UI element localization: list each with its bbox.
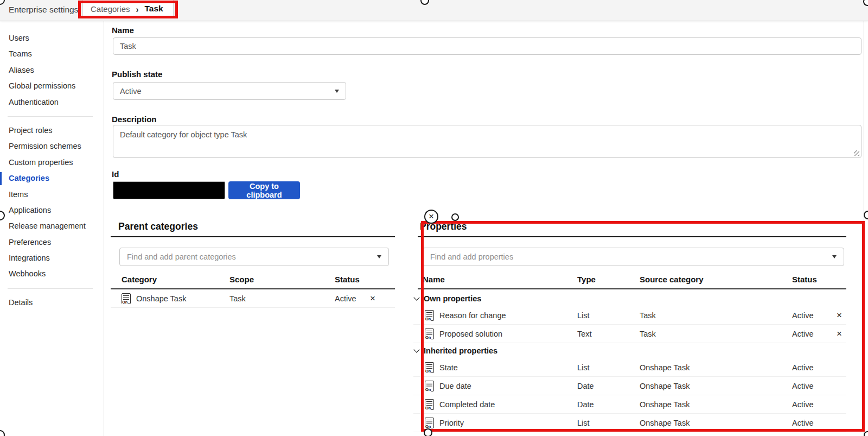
sidebar-item-preferences[interactable]: Preferences — [0, 235, 104, 250]
sidebar-item-authentication[interactable]: Authentication — [0, 94, 104, 110]
remove-x-icon[interactable]: × — [837, 311, 847, 320]
app-title: Enterprise settings — [9, 5, 78, 15]
doc-icon-lines — [426, 401, 432, 402]
sidebar-item-label: Categories — [9, 174, 49, 182]
prop-cell-source: Task — [640, 311, 792, 320]
doc-icon-on-badge: On — [425, 336, 431, 340]
chevron-down-icon — [413, 294, 419, 300]
name-input-value: Task — [120, 42, 136, 50]
sidebar-item-label: Global permissions — [9, 81, 75, 90]
sidebar-item-label: Project roles — [9, 126, 53, 135]
textarea-resize-handle[interactable] — [854, 150, 859, 156]
doc-icon-lines — [426, 331, 432, 332]
copy-to-clipboard-button[interactable]: Copy to clipboard — [228, 181, 300, 199]
parent-categories-table: OnOnshape TaskTaskActive× — [111, 289, 395, 308]
table-row: OnProposed solutionTextTaskActive× — [413, 325, 846, 343]
property-name: Priority — [439, 419, 464, 427]
sidebar-item-label: Webhooks — [9, 269, 46, 278]
description-label: Description — [112, 115, 157, 124]
prop-cell-name: OnReason for change — [425, 310, 577, 321]
top-bar: Enterprise settings Categories › Task — [0, 0, 868, 21]
sidebar-item-label: Custom properties — [9, 158, 73, 167]
sidebar-item-label: Users — [9, 34, 29, 42]
prop-cell-status: Active — [792, 419, 837, 427]
parent-categories-search[interactable]: Find and add parent categories — [119, 248, 389, 266]
annotation-circle-marker — [864, 211, 868, 219]
sidebar-item-applications[interactable]: Applications — [0, 203, 104, 218]
parent-categories-search-placeholder: Find and add parent categories — [127, 252, 236, 261]
doc-icon-on-badge: On — [425, 388, 431, 392]
property-icon: On — [425, 310, 434, 321]
sidebar-item-users[interactable]: Users — [0, 30, 104, 46]
prop-cell-source: Onshape Task — [640, 382, 792, 390]
property-group-label: Inherited properties — [424, 346, 497, 355]
sidebar-group: Details — [0, 295, 104, 311]
description-textarea[interactable]: Default category for object type Task — [113, 125, 861, 158]
prop-cell-source: Task — [640, 330, 792, 338]
sidebar-item-categories[interactable]: Categories — [0, 170, 104, 186]
sidebar-item-label: Applications — [9, 206, 51, 214]
property-icon: On — [425, 362, 434, 373]
settings-sidebar: UsersTeamsAliasesGlobal permissionsAuthe… — [0, 21, 104, 436]
sidebar-item-permission-schemes[interactable]: Permission schemes — [0, 138, 104, 154]
prop-col-status: Status — [792, 275, 817, 284]
prop-cell-type: Text — [577, 330, 640, 338]
dropdown-caret-icon — [832, 255, 837, 258]
sidebar-item-release-management[interactable]: Release management — [0, 218, 104, 234]
x-glyph: × — [429, 212, 434, 221]
pc-cell-category: OnOnshape Task — [122, 293, 229, 304]
property-name: Reason for change — [439, 311, 506, 320]
prop-cell-status: Active — [792, 330, 837, 338]
pc-col-scope: Scope — [229, 275, 254, 284]
annotation-x-marker: × — [424, 210, 438, 224]
sidebar-item-webhooks[interactable]: Webhooks — [0, 266, 104, 282]
sidebar-item-items[interactable]: Items — [0, 187, 104, 203]
property-group-header-own-properties[interactable]: Own properties — [413, 291, 846, 306]
doc-icon-on-badge: On — [425, 369, 431, 374]
description-value: Default category for object type Task — [120, 130, 247, 139]
sidebar-item-integrations[interactable]: Integrations — [0, 250, 104, 266]
doc-icon-lines — [426, 364, 432, 365]
remove-x-icon[interactable]: × — [370, 294, 381, 303]
sidebar-item-details[interactable]: Details — [0, 295, 104, 311]
property-group-header-inherited-properties[interactable]: Inherited properties — [413, 343, 846, 358]
prop-col-source: Source category — [640, 275, 704, 284]
table-row: OnPriorityListOnshape TaskActive — [413, 414, 846, 432]
properties-table: Own propertiesOnReason for changeListTas… — [413, 291, 846, 432]
properties-title: Properties — [420, 221, 467, 232]
name-label: Name — [112, 26, 134, 35]
doc-icon-lines — [426, 383, 432, 384]
sidebar-item-teams[interactable]: Teams — [0, 46, 104, 62]
enterprise-settings-screen: Enterprise settings Categories › Task Us… — [0, 0, 868, 436]
prop-cell-name: OnDue date — [425, 381, 577, 391]
sidebar-item-label: Authentication — [9, 98, 59, 106]
sidebar-item-label: Preferences — [9, 238, 51, 247]
breadcrumb-categories[interactable]: Categories — [91, 4, 130, 14]
prop-cell-name: OnState — [425, 362, 577, 373]
prop-cell-source: Onshape Task — [640, 400, 792, 409]
breadcrumb: Categories › Task — [82, 0, 174, 18]
category-icon: On — [122, 293, 131, 304]
sidebar-item-label: Details — [9, 298, 33, 307]
properties-search[interactable]: Find and add properties — [423, 248, 844, 266]
doc-icon-on-badge: On — [425, 406, 431, 410]
publish-state-value: Active — [120, 87, 142, 96]
sidebar-item-label: Teams — [9, 49, 32, 58]
prop-cell-status: Active — [792, 363, 837, 372]
publish-state-select[interactable]: Active — [113, 82, 346, 100]
doc-icon-on-badge: On — [122, 300, 128, 305]
name-input[interactable]: Task — [113, 37, 861, 55]
table-row: OnCompleted dateDateOnshape TaskActive — [413, 395, 846, 414]
doc-icon-lines — [426, 312, 432, 313]
property-name: Due date — [439, 382, 471, 390]
sidebar-item-label: Integrations — [9, 254, 50, 262]
prop-cell-type: List — [577, 311, 640, 320]
sidebar-item-aliases[interactable]: Aliases — [0, 62, 104, 78]
sidebar-item-global-permissions[interactable]: Global permissions — [0, 78, 104, 94]
remove-x-icon[interactable]: × — [837, 329, 847, 338]
sidebar-item-label: Permission schemes — [9, 142, 81, 150]
sidebar-item-custom-properties[interactable]: Custom properties — [0, 155, 104, 170]
breadcrumb-current: Task — [145, 4, 163, 14]
sidebar-item-project-roles[interactable]: Project roles — [0, 123, 104, 138]
parent-categories-title: Parent categories — [118, 221, 198, 232]
